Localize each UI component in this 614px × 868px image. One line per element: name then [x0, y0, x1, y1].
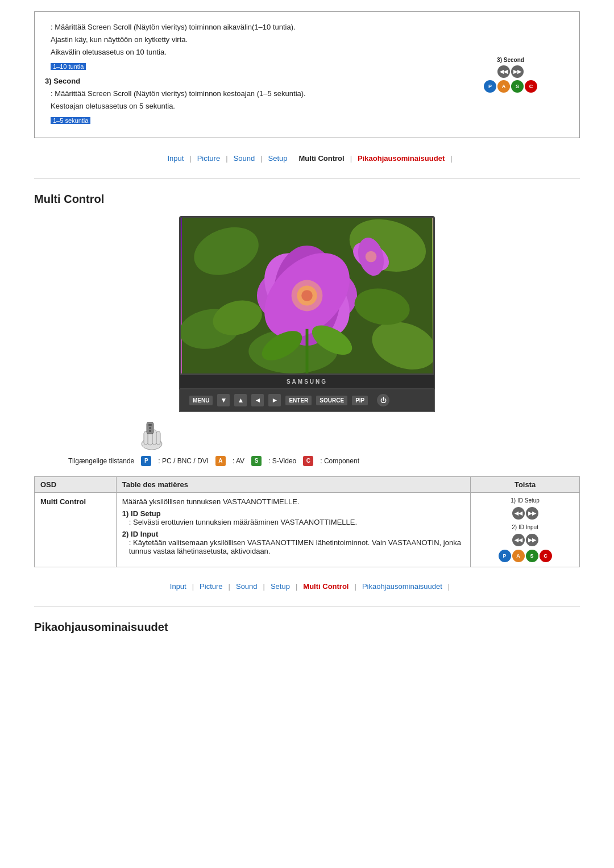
table-row: Multi Control Määrää yksilöllisen tunnuk…	[35, 493, 580, 567]
monitor-control-bar: MENU ▼ ▲ ◄ ► ENTER SOURCE PIP ⏻	[179, 389, 435, 412]
default-value-hours: 1–10 tuntia	[51, 63, 86, 70]
btn-c[interactable]: C	[525, 80, 537, 93]
id-input-title: 2) ID Input	[122, 530, 464, 538]
nav-pikaohjaus-1[interactable]: Pikaohjausominaisuudet	[352, 153, 450, 164]
screen-scroll-image-cell: 3) Second ◀◀ ▶▶ P A S C	[443, 13, 578, 136]
section3-line3: Kestoajan oletusasetus on 5 sekuntia.	[51, 100, 433, 113]
id-input-label: 2) ID Input	[512, 524, 538, 530]
divider-1	[34, 178, 580, 179]
btn-forward[interactable]: ▶▶	[511, 65, 524, 78]
id-setup-desc: : Selvästi erottuvien tunnuksien määrääm…	[129, 518, 464, 526]
nav-setup-1[interactable]: Setup	[263, 153, 293, 164]
svg-point-12	[301, 290, 313, 302]
pasc-btn-s[interactable]: S	[526, 550, 538, 562]
btn-a[interactable]: A	[497, 80, 510, 93]
monitor-container: SAMSUNG MENU ▼ ▲ ◄ ► ENTER SOURCE PIP ⏻	[176, 216, 438, 412]
section3-title: 3) Second	[45, 77, 433, 85]
divider-2	[34, 607, 580, 607]
nav-sound-2[interactable]: Sound	[230, 581, 263, 592]
content-main: Määrää yksilöllisen tunnuksen VASTAANOTT…	[122, 497, 464, 506]
pasc-top-image: ◀◀ ▶▶ P A S C	[452, 65, 569, 93]
nav-picture-1[interactable]: Picture	[192, 153, 226, 164]
pasc-row-3: P A S C	[499, 550, 552, 562]
screen-scroll-line2: Aikavälin oletusasetus on 10 tuntia.	[51, 46, 433, 59]
badge-s: S	[251, 456, 262, 466]
pasc-row-1: ◀◀ ▶▶	[512, 507, 538, 520]
left-button[interactable]: ◄	[251, 394, 264, 406]
screen-scroll-table: : Määrittää Screen Scroll (Näytön vierit…	[34, 11, 580, 138]
toista-cell: 1) ID Setup ◀◀ ▶▶ 2) ID Input ◀◀ ▶▶ P A	[471, 493, 580, 567]
section3-desc: : Määrittää Screen Scroll (Näytön vierit…	[51, 88, 433, 100]
nav-bar-1: Input | Picture | Sound | Setup Multi Co…	[34, 148, 580, 168]
osd-cell: Multi Control	[35, 493, 117, 567]
badge-p: P	[141, 456, 151, 466]
enter-button[interactable]: ENTER	[285, 396, 312, 405]
pasc-row-2: ◀◀ ▶▶	[512, 534, 538, 546]
states-label: Tilgængelige tilstande	[68, 457, 134, 465]
btn-p[interactable]: P	[484, 80, 496, 93]
hand-icon	[136, 421, 168, 450]
nav-setup-2[interactable]: Setup	[265, 581, 296, 592]
nav-pikaohjaus-2[interactable]: Pikaohjausominaisuudet	[356, 581, 448, 592]
svg-rect-27	[148, 424, 152, 426]
pasc-top-row: ◀◀ ▶▶	[497, 65, 524, 78]
pasc-btn-fw-1[interactable]: ▶▶	[526, 507, 538, 520]
svg-rect-24	[156, 431, 160, 445]
screen-scroll-line1: Ajastin käy, kun näyttöön on kytketty vi…	[51, 34, 433, 46]
id-setup-title: 1) ID Setup	[122, 509, 464, 518]
power-button[interactable]: ⏻	[377, 394, 389, 406]
screen-scroll-content: : Määrittää Screen Scroll (Näytön vierit…	[36, 13, 442, 136]
badge-c: C	[303, 456, 313, 466]
source-button[interactable]: SOURCE	[316, 396, 347, 405]
monitor-bottom-bar: SAMSUNG	[179, 375, 435, 389]
nav-multicontrol-2[interactable]: Multi Control	[297, 581, 354, 592]
th-table: Table des matières	[116, 477, 470, 493]
nav-multicontrol-1[interactable]: Multi Control	[293, 153, 350, 164]
id-input-desc: : Käytetään valitsemaan yksilöllisen VAS…	[129, 538, 464, 555]
pasc-btn-fw-2[interactable]: ▶▶	[526, 534, 538, 546]
pikaohjaus-heading: Pikaohjausominaisuudet	[34, 621, 580, 634]
default-value-seconds: 1–5 sekuntia	[51, 117, 90, 124]
btn-s[interactable]: S	[511, 80, 524, 93]
nav-input-1[interactable]: Input	[161, 153, 189, 164]
nav-picture-2[interactable]: Picture	[194, 581, 228, 592]
pip-button[interactable]: PIP	[352, 396, 368, 405]
states-row: Tilgængelige tilstande P : PC / BNC / DV…	[68, 456, 580, 466]
th-toista: Toista	[471, 477, 580, 493]
pasc-btn-c[interactable]: C	[540, 550, 552, 562]
id-setup-label: 1) ID Setup	[511, 497, 540, 504]
pasc-btn-rw-2[interactable]: ◀◀	[512, 534, 525, 546]
nav-input-2[interactable]: Input	[164, 581, 192, 592]
monitor-screen	[179, 216, 435, 375]
right-button[interactable]: ►	[268, 394, 281, 406]
monitor-brand: SAMSUNG	[189, 379, 425, 385]
monitor-flower-svg	[181, 218, 433, 373]
state-pc-label: : PC / BNC / DVI	[158, 457, 209, 465]
nav-sep-5: |	[450, 154, 452, 163]
down-button[interactable]: ▼	[217, 394, 230, 406]
screen-scroll-intro: : Määrittää Screen Scroll (Näytön vierit…	[51, 21, 433, 34]
svg-point-15	[366, 251, 377, 263]
nav-sep2-6: |	[448, 582, 450, 591]
pasc-btn-p[interactable]: P	[499, 550, 511, 562]
pasc-btn-a[interactable]: A	[512, 550, 525, 562]
pasc-bottom-row: P A S C	[484, 80, 537, 93]
up-button[interactable]: ▲	[234, 394, 247, 406]
state-component-label: : Component	[320, 457, 359, 465]
pasc-toista: 1) ID Setup ◀◀ ▶▶ 2) ID Input ◀◀ ▶▶ P A	[476, 497, 574, 562]
badge-a: A	[215, 456, 226, 466]
remote-hand-area	[136, 421, 580, 451]
th-osd: OSD	[35, 477, 117, 493]
content-cell-osd: Määrää yksilöllisen tunnuksen VASTAANOTT…	[116, 493, 470, 567]
pasc-btn-rw-1[interactable]: ◀◀	[512, 507, 525, 520]
osd-table: OSD Table des matières Toista Multi Cont…	[34, 476, 580, 567]
state-svideo-label: : S-Video	[268, 457, 296, 465]
svg-point-28	[149, 427, 151, 429]
svg-point-29	[149, 430, 151, 432]
state-av-label: : AV	[233, 457, 244, 465]
nav-sound-1[interactable]: Sound	[228, 153, 261, 164]
menu-button[interactable]: MENU	[189, 396, 213, 405]
multi-control-heading: Multi Control	[34, 193, 580, 206]
btn-rewind[interactable]: ◀◀	[497, 65, 510, 78]
image-label: 3) Second	[452, 57, 569, 63]
